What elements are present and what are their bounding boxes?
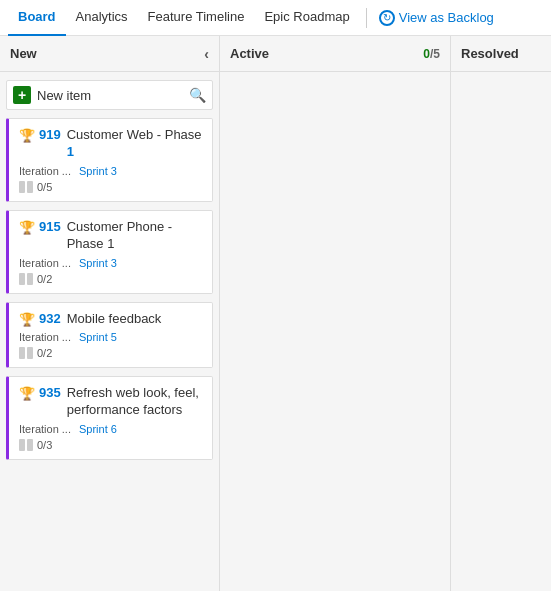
- col-active-zero: 0: [423, 47, 430, 61]
- col-resolved: [451, 72, 551, 591]
- board-container: New ‹ Active 0/5 Resolved + New item 🔍: [0, 36, 551, 591]
- card-935-header: 🏆 935 Refresh web look, feel, performanc…: [19, 385, 202, 419]
- card-915-footer: 0/2: [19, 273, 202, 285]
- tab-feature-timeline[interactable]: Feature Timeline: [138, 0, 255, 36]
- card-932-taskbar: [19, 347, 33, 359]
- card-932[interactable]: 🏆 932 Mobile feedback Iteration ... Spri…: [6, 302, 213, 369]
- trophy-icon-932: 🏆: [19, 312, 35, 327]
- card-935-footer: 0/3: [19, 439, 202, 451]
- card-932-footer: 0/2: [19, 347, 202, 359]
- card-919-title: Customer Web - Phase 1: [67, 127, 202, 161]
- card-919-id: 919: [39, 127, 61, 142]
- trophy-icon-935: 🏆: [19, 386, 35, 401]
- col-active-denom: /5: [430, 47, 440, 61]
- card-919-highlight: 1: [67, 144, 74, 159]
- col-header-new: New ‹: [0, 36, 220, 72]
- card-935-sprint: Sprint 6: [79, 423, 117, 435]
- task-seg-2: [27, 273, 33, 285]
- new-item-left: + New item: [13, 86, 91, 104]
- card-915-iteration: Iteration ...: [19, 257, 71, 269]
- col-new: + New item 🔍 🏆 919 Customer Web - Phase …: [0, 72, 220, 591]
- card-932-title: Mobile feedback: [67, 311, 162, 328]
- task-seg-2: [27, 181, 33, 193]
- search-icon[interactable]: 🔍: [189, 87, 206, 103]
- columns-body: + New item 🔍 🏆 919 Customer Web - Phase …: [0, 72, 551, 591]
- tab-epic-roadmap[interactable]: Epic Roadmap: [254, 0, 359, 36]
- new-item-bar[interactable]: + New item 🔍: [6, 80, 213, 110]
- card-935-taskbar: [19, 439, 33, 451]
- col-header-active: Active 0/5: [220, 36, 451, 72]
- col-active-count: 0/5: [423, 47, 440, 61]
- tab-analytics[interactable]: Analytics: [66, 0, 138, 36]
- task-seg-1: [19, 347, 25, 359]
- card-935-id: 935: [39, 385, 61, 400]
- trophy-icon-915: 🏆: [19, 220, 35, 235]
- col-resolved-label: Resolved: [461, 46, 519, 61]
- card-932-id: 932: [39, 311, 61, 326]
- card-915-taskbar: [19, 273, 33, 285]
- card-932-header: 🏆 932 Mobile feedback: [19, 311, 202, 328]
- task-seg-2: [27, 439, 33, 451]
- top-nav: Board Analytics Feature Timeline Epic Ro…: [0, 0, 551, 36]
- tab-board[interactable]: Board: [8, 0, 66, 36]
- card-935[interactable]: 🏆 935 Refresh web look, feel, performanc…: [6, 376, 213, 460]
- card-935-taskcount: 0/3: [37, 439, 52, 451]
- card-915-meta: Iteration ... Sprint 3: [19, 257, 202, 269]
- card-932-sprint: Sprint 5: [79, 331, 117, 343]
- card-915-header: 🏆 915 Customer Phone - Phase 1: [19, 219, 202, 253]
- card-915-sprint: Sprint 3: [79, 257, 117, 269]
- col-active: [220, 72, 451, 591]
- task-seg-2: [27, 347, 33, 359]
- card-915-id: 915: [39, 219, 61, 234]
- card-915[interactable]: 🏆 915 Customer Phone - Phase 1 Iteration…: [6, 210, 213, 294]
- col-new-label: New: [10, 46, 37, 61]
- col-active-label: Active: [230, 46, 269, 61]
- card-935-iteration: Iteration ...: [19, 423, 71, 435]
- view-backlog-label: View as Backlog: [399, 10, 494, 25]
- card-919-taskbar: [19, 181, 33, 193]
- col-header-resolved: Resolved: [451, 36, 551, 72]
- card-915-title: Customer Phone - Phase 1: [67, 219, 202, 253]
- new-item-label: New item: [37, 88, 91, 103]
- card-919[interactable]: 🏆 919 Customer Web - Phase 1 Iteration .…: [6, 118, 213, 202]
- card-919-taskcount: 0/5: [37, 181, 52, 193]
- card-935-title: Refresh web look, feel, performance fact…: [67, 385, 202, 419]
- card-919-meta: Iteration ... Sprint 3: [19, 165, 202, 177]
- columns-header: New ‹ Active 0/5 Resolved: [0, 36, 551, 72]
- view-backlog-icon: ↻: [379, 10, 395, 26]
- card-932-taskcount: 0/2: [37, 347, 52, 359]
- task-seg-1: [19, 439, 25, 451]
- collapse-new-button[interactable]: ‹: [204, 46, 209, 62]
- card-932-meta: Iteration ... Sprint 5: [19, 331, 202, 343]
- trophy-icon-919: 🏆: [19, 128, 35, 143]
- task-seg-1: [19, 273, 25, 285]
- card-919-sprint: Sprint 3: [79, 165, 117, 177]
- view-as-backlog-button[interactable]: ↻ View as Backlog: [373, 10, 500, 26]
- card-932-iteration: Iteration ...: [19, 331, 71, 343]
- task-seg-1: [19, 181, 25, 193]
- nav-divider: [366, 8, 367, 28]
- card-919-iteration: Iteration ...: [19, 165, 71, 177]
- card-935-meta: Iteration ... Sprint 6: [19, 423, 202, 435]
- card-919-header: 🏆 919 Customer Web - Phase 1: [19, 127, 202, 161]
- add-new-item-button[interactable]: +: [13, 86, 31, 104]
- card-919-footer: 0/5: [19, 181, 202, 193]
- card-915-taskcount: 0/2: [37, 273, 52, 285]
